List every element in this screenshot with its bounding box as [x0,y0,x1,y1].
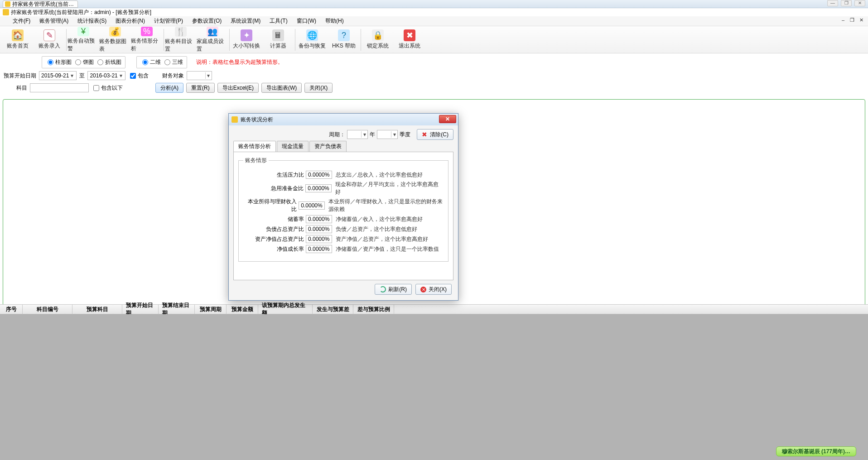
menu-item[interactable]: 统计报表(S) [74,16,110,26]
dialog-close-button[interactable]: ✕ [439,115,456,123]
auto-icon: ¥ [77,27,89,36]
table-header-cell[interactable]: 科目编号 [23,305,72,314]
filter-panel: 柱形图 饼图 折线图 二维 三维 说明：表格红色显示为超预算情形。 预算开始日期… [0,53,868,97]
toolbar-family-button[interactable]: 👥家庭成员设置 [197,27,228,53]
year-select[interactable]: ▾ [347,130,368,139]
mdi-close-button[interactable]: ✕ [857,17,865,24]
date-to-input[interactable]: 2016-03-21▾ [87,71,125,80]
menu-item[interactable]: 帮助(H) [322,16,347,26]
notification-pill[interactable]: 穆索尔斯基诞辰 (177周年)… [776,446,856,456]
subject-input[interactable] [30,83,89,92]
mdi-restore-button[interactable]: ❐ [848,17,856,24]
menu-item[interactable]: 系统设置(M) [227,16,264,26]
metric-row: 急用准备金比0.0000%现金和存款／月平均支出，这个比率愈高愈好 [243,181,444,196]
table-header-cell[interactable]: 差与预算比例 [353,305,394,314]
table-header-cell[interactable]: 预算结束日期 [159,305,195,314]
toolbar-datachart-button[interactable]: 💰账务数据图表 [99,27,131,53]
clear-button[interactable]: ✖清除(C) [417,129,453,140]
calc-icon: 🖩 [272,29,284,41]
metric-label: 负债占总资产比 [243,225,306,233]
fin-object-select[interactable]: ▾ [187,71,212,80]
metric-label: 本业所得与理财收入比 [243,198,299,213]
toolbar-backup-button[interactable]: 🌐备份与恢复 [296,27,328,53]
radio-line[interactable]: 折线图 [96,58,121,66]
dialog-tab[interactable]: 现金流量 [277,141,309,152]
toolbar-calc-button[interactable]: 🖩计算器 [262,27,294,53]
radio-2d[interactable]: 二维 [140,58,161,66]
table-header-cell[interactable]: 预算周期 [195,305,227,314]
include-checkbox[interactable]: 包含 [128,72,149,80]
export-excel-button[interactable]: 导出Excel(E) [217,83,259,93]
result-table-header: 序号科目编号预算科目预算开始日期预算结束日期预算周期预算金额该预算期内总发生额发… [0,304,868,314]
dialog-title-bar[interactable]: 账务状况分析 ✕ [229,114,458,125]
metric-row: 负债占总资产比0.0000%负债／总资产，这个比率愈低愈好 [243,225,444,233]
case-icon: ✦ [241,29,252,41]
over-budget-note: 说明：表格红色显示为超预算情形。 [196,58,283,66]
metric-label: 资产净值占总资产比 [243,235,306,243]
close-button[interactable]: 关闭(X) [304,83,333,93]
metric-row: 生活压力比0.0000%总支出／总收入，这个比率愈低愈好 [243,171,444,179]
toolbar-exit-button[interactable]: ✖退出系统 [394,27,425,53]
menu-item[interactable]: 工具(T) [266,16,291,26]
metric-value: 0.0000% [305,184,332,192]
quarter-suffix: 季度 [400,131,410,139]
toolbar-label: 退出系统 [399,42,420,50]
app-title-bar: 持家账务管理系统(当前登陆用户：admin) - [账务预算分析] [0,8,868,16]
metric-row: 储蓄率0.0000%净储蓄值／收入，这个比率愈高愈好 [243,215,444,223]
toolbar-separator [164,29,164,51]
os-max-button[interactable]: ❐ [841,0,852,6]
toolbar-label: 大小写转换 [233,42,260,50]
toolbar-auto-button[interactable]: ¥账务自动预警 [68,27,99,53]
toolbar-entry-button[interactable]: ✎账务录入 [34,27,65,53]
metric-value: 0.0000% [306,235,332,243]
toolbar-label: 账务科目设置 [165,38,197,53]
result-table-body-empty [0,314,868,460]
toolbar-label: 备份与恢复 [299,42,326,50]
metric-value: 0.0000% [306,225,332,233]
table-header-cell[interactable]: 该预算期内总发生额 [258,305,313,314]
menu-item[interactable]: 窗口(W) [293,16,320,26]
toolbar-case-button[interactable]: ✦大小写转换 [231,27,262,53]
toolbar-help-button[interactable]: ?HKS 帮助 [328,27,360,53]
dialog-tab[interactable]: 资产负债表 [309,141,347,152]
os-window-controls: — ❐ ✕ [827,0,865,6]
menu-item[interactable]: 参数设置(O) [188,16,225,26]
period-label: 周期： [329,131,345,139]
mdi-min-button[interactable]: – [839,17,847,24]
toolbar-lock-button[interactable]: 🔒锁定系统 [362,27,394,53]
table-header-cell[interactable]: 预算科目 [72,305,122,314]
export-chart-button[interactable]: 导出图表(W) [261,83,302,93]
menu-item[interactable]: 计划管理(P) [150,16,187,26]
radio-3d[interactable]: 三维 [163,58,183,66]
os-close-button[interactable]: ✕ [854,0,865,6]
table-header-cell[interactable]: 预算开始日期 [122,305,159,314]
table-header-cell[interactable]: 预算金额 [227,305,258,314]
toolbar-analysis-button[interactable]: %账务情形分析 [131,27,163,53]
os-min-button[interactable]: — [827,0,838,6]
toolbar-label: HKS 帮助 [332,42,356,50]
date-from-input[interactable]: 2015-09-21▾ [39,71,77,80]
dialog-tabs: 账务情形分析现金流量资产负债表 [233,141,453,152]
menu-item[interactable]: 文件(F) [9,16,34,26]
quarter-select[interactable]: ▾ [377,130,398,139]
table-header-cell[interactable]: 发生与预算差 [313,305,353,314]
radio-pie[interactable]: 饼图 [73,58,94,66]
menu-item[interactable]: 图表分析(N) [112,16,149,26]
close-icon: ✕ [420,287,426,292]
menu-bar: 文件(F)账务管理(A)统计报表(S)图表分析(N)计划管理(P)参数设置(O)… [0,16,868,26]
dialog-tab[interactable]: 账务情形分析 [233,141,276,152]
dialog-close-button-2[interactable]: ✕关闭(X) [415,284,452,295]
os-tab[interactable]: 持家账务管理系统(当前… [3,0,78,8]
toolbar-subject-button[interactable]: 🍴账务科目设置 [165,27,197,53]
include-below-checkbox[interactable]: 包含以下 [92,84,123,92]
reset-button[interactable]: 重置(R) [186,83,215,93]
toolbar-separator [295,29,295,51]
os-tab-bar: 持家账务管理系统(当前… — ❐ ✕ [0,0,868,8]
menu-item[interactable]: 账务管理(A) [36,16,72,26]
toolbar-home-button[interactable]: 🏠账务首页 [2,27,34,53]
analyze-button[interactable]: 分析(A) [155,83,183,93]
radio-bar[interactable]: 柱形图 [46,58,72,66]
refresh-button[interactable]: 刷新(R) [375,284,412,295]
toolbar-label: 锁定系统 [367,42,389,50]
table-header-cell[interactable]: 序号 [0,305,23,314]
